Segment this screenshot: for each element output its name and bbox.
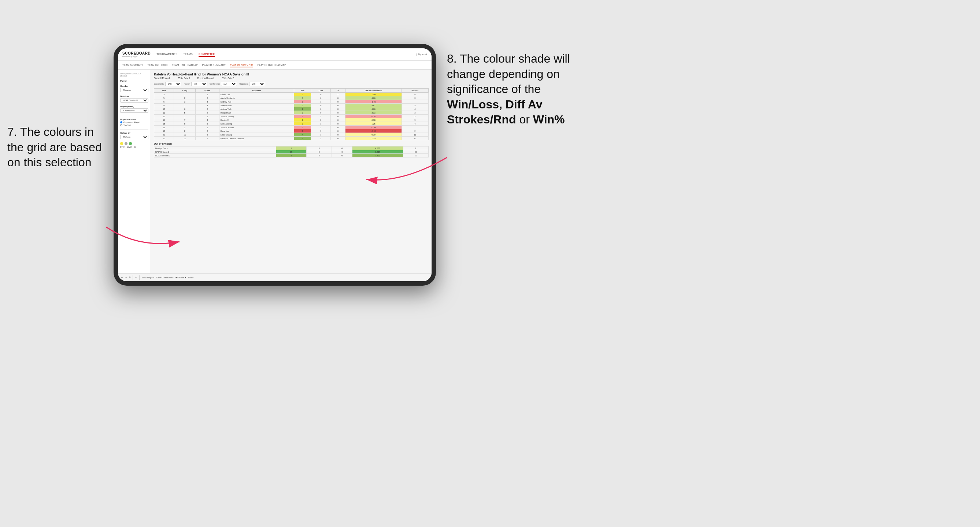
table-row: NCAA Division 2 5 0 0 7.400 10 xyxy=(154,154,429,157)
col-reg: # Reg xyxy=(174,89,196,93)
nav-teams[interactable]: TEAMS xyxy=(183,52,193,57)
opponent-filter-select[interactable]: (All) xyxy=(249,82,265,86)
sign-out-link[interactable]: | Sign out xyxy=(417,53,427,56)
col-diff: Diff Av Strokes/Rnd xyxy=(345,89,401,93)
col-conf: # Conf xyxy=(196,89,220,93)
undo-btn[interactable]: ↩ xyxy=(121,276,123,279)
out-of-division-table: Foreign Team 1 0 0 4.500 2 NAIA Division… xyxy=(154,146,429,157)
col-div: # Div xyxy=(154,89,174,93)
nav-items: TOURNAMENTS TEAMS COMMITTEE xyxy=(156,52,416,57)
radio-opponents-played[interactable]: Opponents Played xyxy=(120,121,148,124)
gender-label: Gender xyxy=(120,85,148,87)
sub-nav-team-h2h-grid[interactable]: TEAM H2H GRID xyxy=(148,63,168,67)
sidebar: Last Updated: 27/03/2024 16:55:38 Player… xyxy=(118,70,151,273)
table-row: 1822 Euna Lee 0 3 0 -5.00 2 xyxy=(154,129,429,133)
division-record-label: Division Record: xyxy=(197,77,214,79)
logo-sub: Powered by clippd xyxy=(123,55,151,57)
left-annotation: 7. The colours in the grid are based on … xyxy=(7,124,110,170)
gender-select[interactable]: Women's xyxy=(120,88,148,92)
sidebar-colour-by: Colour by Win/loss xyxy=(120,132,148,139)
right-annotation: 8. The colour shade will change dependin… xyxy=(447,51,593,127)
player-rank-label: Player (Rank) xyxy=(120,105,148,108)
sub-nav-player-h2h-grid[interactable]: PLAYER H2H GRID xyxy=(230,63,253,67)
table-row: 914 Sharon Mun 1 0 0 3.67 3 xyxy=(154,104,429,107)
opponents-filter-label: Opponents: xyxy=(154,83,164,85)
conference-filter-select[interactable]: (All) xyxy=(221,82,237,86)
radio-group: Opponents Played Top 100 xyxy=(120,121,148,126)
sub-nav-team-summary[interactable]: TEAM SUMMARY xyxy=(123,63,143,67)
sidebar-opponent-view: Opponent view Opponents Played Top 100 xyxy=(120,118,148,126)
nav-right: | Sign out xyxy=(417,53,427,56)
table-row: 522 Alexis Sudjianto 1 0 0 4.00 3 xyxy=(154,96,429,100)
colour-by-label: Colour by xyxy=(120,132,148,134)
region-filter-select[interactable]: (All) xyxy=(191,82,207,86)
sub-nav-player-summary[interactable]: PLAYER SUMMARY xyxy=(202,63,226,67)
table-row: 1152 Heejo Hyun 1 0 0 3.33 3 xyxy=(154,111,429,114)
colour-by-select[interactable]: Win/loss xyxy=(120,135,148,139)
h2h-table: # Div # Reg # Conf Opponent Win Loss Tie… xyxy=(154,88,429,140)
table-row: Foreign Team 1 0 0 4.500 2 xyxy=(154,146,429,150)
region-filter-label: Region xyxy=(183,83,190,85)
sub-nav-team-h2h-heatmap[interactable]: TEAM H2H HEATMAP xyxy=(172,63,197,67)
color-legend xyxy=(120,142,148,145)
division-select[interactable]: NCAA Division III xyxy=(120,98,148,103)
legend-up-dot xyxy=(129,142,132,145)
division-label: Division xyxy=(120,95,148,97)
sidebar-timestamp: Last Updated: 27/03/2024 16:55:38 xyxy=(120,73,148,77)
toolbar-divider1 xyxy=(133,275,133,280)
save-custom-btn[interactable]: Save Custom View xyxy=(156,276,173,279)
col-loss: Loss xyxy=(311,89,331,93)
legend-level-dot xyxy=(124,142,127,145)
opponents-filter-select[interactable]: (All) xyxy=(165,82,181,86)
out-of-division-header: Out of division xyxy=(154,143,429,145)
refresh-btn[interactable]: ↻ xyxy=(135,276,137,279)
col-opponent: Opponent xyxy=(219,89,294,93)
redo-btn[interactable]: ↪ xyxy=(125,276,127,279)
table-row: 311 Esther Lee 1 0 1 1.50 4 xyxy=(154,93,429,96)
view-original-btn[interactable]: View: Original xyxy=(142,276,154,279)
col-win: Win xyxy=(294,89,311,93)
opponent-filter-label: Opponent xyxy=(239,83,248,85)
table-row: 1063 Andrea York 2 0 0 4.00 4 xyxy=(154,107,429,111)
sidebar-player-rank: Player (Rank) 8. Katelyn Vo xyxy=(120,105,148,113)
nav-committee[interactable]: COMMITTEE xyxy=(199,52,215,57)
tablet-frame: SCOREBOARD Powered by clippd TOURNAMENTS… xyxy=(114,44,436,286)
nav-tournaments[interactable]: TOURNAMENTS xyxy=(156,52,177,57)
filter-conference: Conference (All) xyxy=(210,82,237,86)
records-row: Overall Record: 353 - 34 - 6 Division Re… xyxy=(154,77,429,79)
logo-area: SCOREBOARD Powered by clippd xyxy=(123,51,151,57)
filter-region: Region (All) xyxy=(183,82,207,86)
table-row: 20117 Federica Domecq Lacroze 2 1 0 1.33… xyxy=(154,137,429,140)
conference-filter-label: Conference xyxy=(210,83,220,85)
copy-btn[interactable]: ⧉ xyxy=(129,276,130,279)
division-record-value: 331 - 34 - 6 xyxy=(222,77,234,79)
sidebar-gender: Gender Women's xyxy=(120,85,148,92)
table-row: 633 Sydney Kuo 0 1 0 -1.00 xyxy=(154,100,429,104)
player-rank-select[interactable]: 8. Katelyn Vo xyxy=(120,108,148,113)
table-row: 1474 Eunice Yi 2 2 0 0.38 9 xyxy=(154,118,429,122)
filter-opponent: Opponent (All) xyxy=(239,82,265,86)
sidebar-division: Division NCAA Division III xyxy=(120,95,148,103)
filter-opponents: Opponents: (All) xyxy=(154,82,181,86)
table-row: 1311 Jessica Huang 0 1 0 -3.00 2 xyxy=(154,114,429,118)
radio-top100[interactable]: Top 100 xyxy=(120,124,148,126)
share-btn[interactable]: Share xyxy=(188,276,194,279)
table-row: 20116 Emily Chang 4 1 0 0.30 11 xyxy=(154,133,429,137)
sub-nav-player-h2h-heatmap[interactable]: PLAYER H2H HEATMAP xyxy=(258,63,286,67)
bottom-toolbar: ↩ ↪ ⧉ ↻ View: Original Save Custom View … xyxy=(118,273,431,281)
nav-bar: SCOREBOARD Powered by clippd TOURNAMENTS… xyxy=(118,48,431,61)
watch-btn[interactable]: 👁 Watch ▾ xyxy=(175,276,186,279)
opponent-view-label: Opponent view xyxy=(120,118,148,121)
overall-record-value: 353 - 34 - 6 xyxy=(178,77,190,79)
color-legend-labels: Down Level Up xyxy=(120,146,148,148)
table-row: NAIA Division 1 15 0 0 9.267 30 xyxy=(154,150,429,154)
sidebar-player-section: Player xyxy=(120,80,148,82)
col-tie: Tie xyxy=(331,89,345,93)
table-row: 1621 Jessica Mason 1 2 0 -0.94 xyxy=(154,125,429,129)
table-row: 1585 Stella Cheng 1 1 0 1.25 4 xyxy=(154,122,429,125)
player-label: Player xyxy=(120,80,148,82)
filter-row: Opponents: (All) Region (All) Conference xyxy=(154,82,429,86)
page-title: Katelyn Vo Head-to-Head Grid for Women's… xyxy=(154,73,429,76)
main-content: Last Updated: 27/03/2024 16:55:38 Player… xyxy=(118,70,431,273)
col-rounds: Rounds xyxy=(401,89,428,93)
